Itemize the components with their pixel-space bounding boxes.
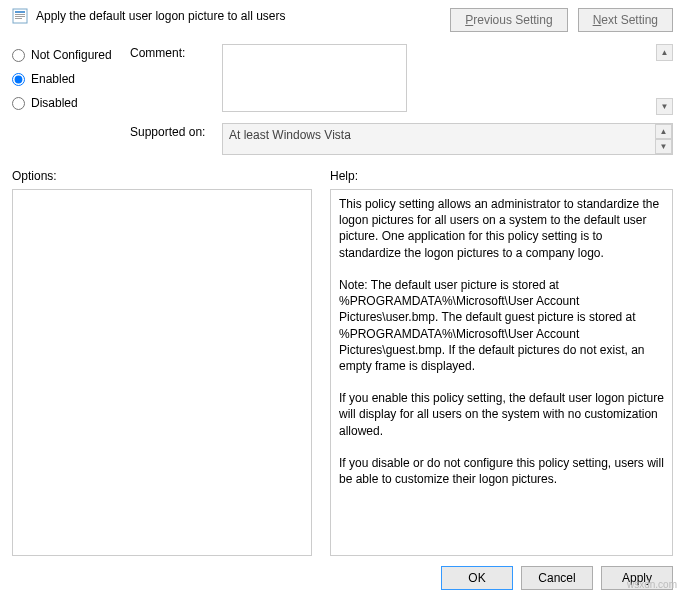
scroll-down-icon[interactable]: ▼ [656, 98, 673, 115]
options-column: Options: [12, 169, 312, 556]
footer-buttons: OK Cancel Apply [12, 566, 673, 590]
radio-enabled[interactable]: Enabled [12, 72, 112, 86]
help-column: Help: This policy setting allows an admi… [330, 169, 673, 556]
radio-enabled-input[interactable] [12, 73, 25, 86]
radio-not-configured[interactable]: Not Configured [12, 48, 112, 62]
nav-buttons: Previous Setting Next Setting [12, 8, 673, 32]
comment-scrollbar: ▲ ▼ [656, 44, 673, 115]
radio-not-configured-label: Not Configured [31, 48, 112, 62]
state-column: Not Configured Enabled Disabled [12, 44, 112, 155]
options-panel[interactable] [12, 189, 312, 556]
next-setting-button[interactable]: Next Setting [578, 8, 673, 32]
radio-not-configured-input[interactable] [12, 49, 25, 62]
scroll-up-icon[interactable]: ▲ [656, 44, 673, 61]
previous-setting-button[interactable]: Previous Setting [450, 8, 567, 32]
comment-row: Comment: ▲ ▼ [130, 44, 673, 115]
upper-section: Not Configured Enabled Disabled Comment:… [12, 44, 673, 155]
fields-column: Comment: ▲ ▼ Supported on: At least Wind… [130, 44, 673, 155]
policy-dialog: Apply the default user logon picture to … [0, 0, 685, 602]
ok-button[interactable]: OK [441, 566, 513, 590]
comment-input[interactable] [222, 44, 407, 112]
cancel-button[interactable]: Cancel [521, 566, 593, 590]
options-label: Options: [12, 169, 312, 183]
apply-button[interactable]: Apply [601, 566, 673, 590]
comment-label: Comment: [130, 44, 214, 60]
radio-disabled-label: Disabled [31, 96, 78, 110]
supported-scrollbar: ▲ ▼ [655, 124, 672, 154]
help-label: Help: [330, 169, 673, 183]
supported-value: At least Windows Vista [229, 128, 351, 142]
supported-row: Supported on: At least Windows Vista ▲ ▼ [130, 123, 673, 155]
radio-disabled[interactable]: Disabled [12, 96, 112, 110]
supported-label: Supported on: [130, 123, 214, 139]
help-panel[interactable]: This policy setting allows an administra… [330, 189, 673, 556]
radio-disabled-input[interactable] [12, 97, 25, 110]
scroll-up-icon[interactable]: ▲ [655, 124, 672, 139]
radio-enabled-label: Enabled [31, 72, 75, 86]
supported-value-box: At least Windows Vista ▲ ▼ [222, 123, 673, 155]
middle-section: Options: Help: This policy setting allow… [12, 169, 673, 556]
scroll-down-icon[interactable]: ▼ [655, 139, 672, 154]
